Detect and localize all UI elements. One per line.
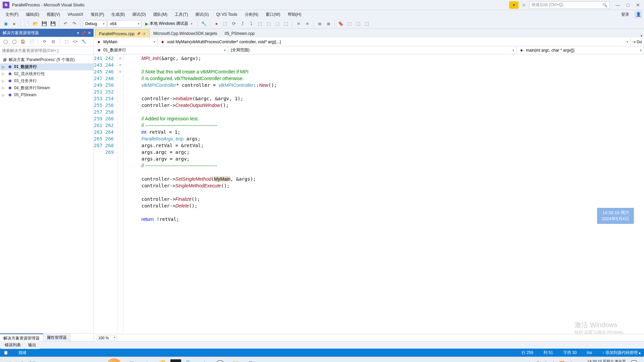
undo-button[interactable]: ↶: [62, 20, 69, 27]
save-button[interactable]: 💾: [41, 20, 48, 27]
menu-vassist[interactable]: VAssistX: [64, 11, 87, 18]
expand-icon[interactable]: ▷: [2, 72, 6, 76]
nav-scope-dropdown[interactable]: (全局范围): [228, 46, 517, 54]
everything-icon[interactable]: 🔍: [182, 358, 197, 362]
nav-class-dropdown[interactable]: ◆ MyMain: [94, 38, 158, 46]
close-icon[interactable]: ✕: [88, 31, 91, 35]
quicklaunch-input[interactable]: 快速启动 (Ctrl+Q) 🔍: [529, 1, 610, 9]
sol-code-icon[interactable]: <>: [72, 38, 78, 45]
tb-icon-11[interactable]: ≡: [295, 20, 302, 27]
project-item[interactable]: ▷ ⬢ 03_任务并行: [0, 77, 94, 84]
nav-project-dropdown[interactable]: ⬢ 01_数据并行: [94, 46, 228, 54]
go-button[interactable]: ➔ Go: [631, 38, 644, 46]
chrome-icon[interactable]: 🟡: [155, 358, 170, 362]
editor-tab[interactable]: 05_PStream.cpp: [221, 29, 258, 38]
solution-search-input[interactable]: [2, 48, 92, 53]
system-tray[interactable]: ˄ 🎤 🔋 中 📶 🔊 ⟳ S: [528, 361, 587, 362]
tab-overflow-icon[interactable]: ▾: [639, 34, 644, 38]
expand-icon[interactable]: ▷: [2, 86, 6, 90]
sol-sync-icon[interactable]: 📄: [28, 38, 35, 45]
project-item[interactable]: ▷ ⬢ 05_PStream: [0, 92, 94, 98]
vs-icon[interactable]: ⧉: [244, 358, 258, 362]
editor-tab[interactable]: Microsoft.Cpp.WindowsSDK.targets: [150, 29, 221, 38]
tb-icon-7[interactable]: ⬚: [256, 20, 264, 27]
edge-icon[interactable]: ◉: [140, 358, 154, 362]
project-item[interactable]: ▷ ⬢ 01_数据并行: [0, 63, 94, 70]
sol-back-icon[interactable]: ◯: [2, 38, 9, 45]
open-button[interactable]: 📂: [32, 20, 39, 27]
tab-error-list[interactable]: 错误列表: [1, 341, 24, 349]
expand-icon[interactable]: ▷: [2, 79, 6, 83]
nav-fwd-button[interactable]: ▸: [11, 20, 18, 27]
bookmark-icon[interactable]: 🔖: [337, 20, 344, 27]
tb-icon-13[interactable]: ≣: [316, 20, 323, 27]
menu-help[interactable]: 帮助(H): [284, 11, 305, 18]
menu-analyze[interactable]: 分析(N): [241, 11, 262, 18]
tb-icon-8[interactable]: ⬚: [265, 20, 272, 27]
login-link[interactable]: 登录: [618, 11, 633, 18]
avatar-icon[interactable]: 👤: [635, 11, 642, 18]
menu-project[interactable]: 项目(P): [87, 11, 107, 18]
solution-search[interactable]: [0, 46, 94, 55]
tb-icon-5[interactable]: ⤴: [239, 20, 246, 27]
expand-icon[interactable]: ▷: [2, 65, 6, 69]
nav-member-dropdown[interactable]: ◆ main(int argc, char * argv[]): [517, 46, 644, 54]
tb-icon-16[interactable]: ⬚: [355, 20, 362, 27]
tb-icon-4[interactable]: ⟳: [230, 20, 237, 27]
feedback-button[interactable]: ☺: [521, 2, 527, 8]
close-button[interactable]: ✕: [635, 2, 641, 8]
editor-tab-active[interactable]: ParallelProcess.cpp 📌 ✕: [95, 29, 150, 38]
expand-icon[interactable]: ▷: [2, 93, 6, 97]
sol-collapse-icon[interactable]: ⊟: [50, 38, 57, 45]
tab-output[interactable]: 输出: [25, 341, 40, 349]
close-icon[interactable]: ✕: [143, 32, 146, 36]
code-editor[interactable]: 241 242 243 244 245 246 247 248 249 250 …: [94, 54, 644, 334]
ime-icon[interactable]: 中: [551, 361, 556, 362]
minimize-button[interactable]: —: [614, 2, 621, 8]
sol-props-icon[interactable]: 🔧: [80, 38, 87, 45]
project-item[interactable]: ▷ ⬢ 04_数据并行Stream: [0, 84, 94, 92]
save-all-button[interactable]: 💾: [49, 20, 57, 27]
menu-team[interactable]: 团队(M): [150, 11, 171, 18]
start-button[interactable]: ⊞: [3, 358, 16, 362]
explorer-icon[interactable]: 📁: [228, 358, 243, 362]
tab-solution-explorer[interactable]: 解决方案资源管理器: [0, 334, 43, 341]
project-item[interactable]: ▷ ⬢ 02_流水线并行性: [0, 70, 94, 77]
task-view-icon[interactable]: ⊡: [124, 358, 139, 362]
tb-icon-2[interactable]: ●: [213, 20, 220, 27]
tb-icon-15[interactable]: ⬚: [346, 20, 353, 27]
pin-icon[interactable]: 📌: [137, 32, 141, 36]
cortana-icon[interactable]: [107, 358, 121, 362]
menu-file[interactable]: 文件(F): [2, 11, 22, 18]
maximize-button[interactable]: □: [625, 2, 631, 8]
new-project-button[interactable]: 📄: [23, 20, 31, 27]
tb-icon-17[interactable]: ⬚: [363, 20, 371, 27]
taskbar-clock[interactable]: 14:39:19 星期六 青年节 2024/5/4 三月廿六: [587, 359, 626, 362]
menu-debug[interactable]: 调试(D): [129, 11, 149, 18]
menu-test[interactable]: 测试(S): [192, 11, 212, 18]
platform-dropdown[interactable]: x64: [108, 20, 141, 27]
menu-view[interactable]: 视图(V): [43, 11, 63, 18]
sol-show-icon[interactable]: ⬚: [63, 38, 70, 45]
sol-refresh-icon[interactable]: ⟳: [41, 38, 48, 45]
notification-button[interactable]: ▾: [509, 1, 519, 9]
menu-edit[interactable]: 编辑(E): [22, 11, 43, 18]
redo-button[interactable]: ↷: [70, 20, 78, 27]
menu-qt[interactable]: Qt VS Tools: [213, 11, 240, 18]
tb-icon-1[interactable]: 🔧: [200, 20, 208, 27]
menu-build[interactable]: 生成(B): [108, 11, 128, 18]
wechat-icon[interactable]: 💬: [213, 358, 227, 362]
sol-home-icon[interactable]: 🏠: [19, 38, 26, 45]
tb-icon-10[interactable]: ⬚: [282, 20, 290, 27]
app-icon-1[interactable]: ✈: [197, 358, 212, 362]
sol-fwd-icon[interactable]: ◯: [11, 38, 17, 45]
nav-back-button[interactable]: ◉: [2, 20, 9, 27]
notifications-icon[interactable]: 💬: [627, 358, 641, 362]
menu-tools[interactable]: 工具(T): [171, 11, 191, 18]
zoom-dropdown[interactable]: 100 %: [97, 336, 117, 340]
pin-icon[interactable]: 📌: [81, 31, 86, 35]
config-dropdown[interactable]: Debug: [83, 20, 106, 27]
tb-icon-12[interactable]: ≡: [304, 20, 311, 27]
dropdown-icon[interactable]: ▾: [77, 31, 79, 35]
nav-function-dropdown[interactable]: ◆ void MyMain(vtkMultiProcessController*…: [158, 38, 631, 46]
